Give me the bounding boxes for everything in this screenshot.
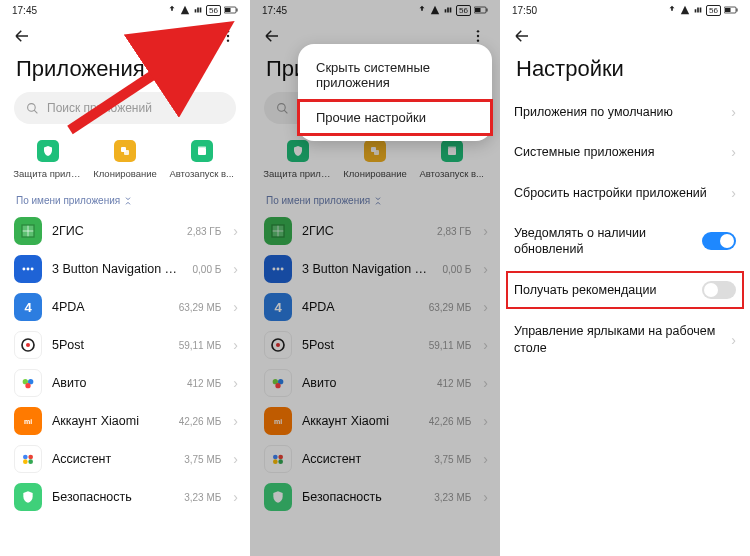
svg-point-24 bbox=[23, 459, 28, 464]
category-protection[interactable]: Защита прило... bbox=[260, 140, 337, 179]
svg-point-14 bbox=[27, 268, 30, 271]
category-protection[interactable]: Защита прило... bbox=[10, 140, 87, 179]
svg-point-30 bbox=[477, 30, 479, 32]
chevron-right-icon: › bbox=[731, 186, 736, 200]
app-icon bbox=[14, 217, 42, 245]
app-row[interactable]: Авито412 МБ› bbox=[0, 364, 250, 402]
svg-line-34 bbox=[284, 110, 287, 113]
toggle-off[interactable] bbox=[702, 281, 736, 299]
svg-point-25 bbox=[28, 459, 33, 464]
status-bar: 17:45 56 bbox=[250, 0, 500, 20]
toggle-on[interactable] bbox=[702, 232, 736, 250]
svg-point-40 bbox=[272, 268, 275, 271]
app-icon bbox=[264, 217, 292, 245]
app-icon: mi bbox=[14, 407, 42, 435]
header bbox=[0, 20, 250, 50]
svg-point-4 bbox=[227, 35, 229, 37]
category-autostart[interactable]: Автозапуск в... bbox=[163, 140, 240, 179]
search-icon bbox=[26, 102, 39, 115]
back-button[interactable] bbox=[508, 22, 536, 50]
setting-reset-apps[interactable]: Сбросить настройки приложений › bbox=[500, 173, 750, 213]
svg-point-33 bbox=[278, 103, 286, 111]
app-list: 2ГИС2,83 ГБ› 3 Button Navigation Bar0,00… bbox=[0, 212, 250, 516]
sort-icon bbox=[374, 197, 382, 205]
svg-point-5 bbox=[227, 39, 229, 41]
svg-point-47 bbox=[275, 383, 280, 388]
svg-rect-1 bbox=[225, 8, 231, 12]
category-autostart[interactable]: Автозапуск в... bbox=[413, 140, 490, 179]
screen-settings: 17:50 56 Настройки Приложения по умолчан… bbox=[500, 0, 750, 556]
app-row[interactable]: 5Post59,11 МБ› bbox=[250, 326, 500, 364]
shield-icon bbox=[287, 140, 309, 162]
setting-desktop-shortcuts[interactable]: Управление ярлыками на рабочем столе › bbox=[500, 311, 750, 368]
app-row[interactable]: 3 Button Navigation Bar0,00 Б› bbox=[250, 250, 500, 288]
svg-text:mi: mi bbox=[274, 418, 282, 425]
app-row[interactable]: 2ГИС2,83 ГБ› bbox=[0, 212, 250, 250]
clock: 17:45 bbox=[12, 5, 37, 16]
app-row[interactable]: 3 Button Navigation Bar0,00 Б› bbox=[0, 250, 250, 288]
chevron-right-icon: › bbox=[483, 224, 488, 238]
search-input[interactable]: Поиск приложений bbox=[14, 92, 236, 124]
app-icon bbox=[264, 331, 292, 359]
screen-applications-menu: 17:45 56 При Поиск приложений Защита при… bbox=[250, 0, 500, 556]
chevron-right-icon: › bbox=[483, 490, 488, 504]
svg-point-49 bbox=[273, 455, 278, 460]
chevron-right-icon: › bbox=[483, 300, 488, 314]
app-row[interactable]: miАккаунт Xiaomi42,26 МБ› bbox=[250, 402, 500, 440]
svg-point-15 bbox=[31, 268, 34, 271]
clock: 17:50 bbox=[512, 5, 537, 16]
setting-system-apps[interactable]: Системные приложения › bbox=[500, 132, 750, 172]
overflow-menu: Скрыть системные приложения Прочие настр… bbox=[298, 44, 492, 141]
back-button[interactable] bbox=[8, 22, 36, 50]
svg-point-23 bbox=[28, 455, 33, 460]
category-clone[interactable]: Клонирование bbox=[337, 140, 414, 179]
app-icon: 4 bbox=[14, 293, 42, 321]
svg-point-31 bbox=[477, 35, 479, 37]
svg-rect-37 bbox=[448, 148, 456, 155]
app-icon bbox=[264, 483, 292, 511]
status-icons: 56 bbox=[667, 5, 738, 16]
clock: 17:45 bbox=[262, 5, 287, 16]
app-row[interactable]: miАккаунт Xiaomi42,26 МБ› bbox=[0, 402, 250, 440]
svg-rect-11 bbox=[198, 147, 206, 149]
setting-update-notifications[interactable]: Уведомлять о наличии обновлений bbox=[500, 213, 750, 270]
sort-dropdown[interactable]: По имени приложения bbox=[250, 189, 500, 212]
chevron-right-icon: › bbox=[233, 338, 238, 352]
setting-default-apps[interactable]: Приложения по умолчанию › bbox=[500, 92, 750, 132]
svg-rect-28 bbox=[475, 8, 481, 12]
svg-point-44 bbox=[276, 343, 280, 347]
chevron-right-icon: › bbox=[233, 224, 238, 238]
svg-point-41 bbox=[277, 268, 280, 271]
chevron-right-icon: › bbox=[483, 262, 488, 276]
menu-hide-system[interactable]: Скрыть системные приложения bbox=[298, 50, 492, 100]
search-placeholder: Поиск приложений bbox=[47, 101, 152, 115]
svg-rect-54 bbox=[725, 8, 731, 12]
screen-applications: 17:45 56 Приложения Поиск приложений Защ… bbox=[0, 0, 250, 556]
back-button[interactable] bbox=[258, 22, 286, 50]
app-row[interactable]: 2ГИС2,83 ГБ› bbox=[250, 212, 500, 250]
app-icon bbox=[264, 369, 292, 397]
app-row[interactable]: 5Post59,11 МБ› bbox=[0, 326, 250, 364]
app-row[interactable]: Безопасность3,23 МБ› bbox=[0, 478, 250, 516]
setting-recommendations[interactable]: Получать рекомендации bbox=[504, 269, 746, 311]
more-button[interactable] bbox=[214, 22, 242, 50]
svg-rect-36 bbox=[374, 150, 379, 155]
menu-other-settings[interactable]: Прочие настройки bbox=[298, 100, 492, 135]
svg-line-7 bbox=[34, 110, 37, 113]
sort-icon bbox=[124, 197, 132, 205]
chevron-right-icon: › bbox=[483, 452, 488, 466]
app-icon: 4 bbox=[264, 293, 292, 321]
sort-dropdown[interactable]: По имени приложения bbox=[0, 189, 250, 212]
app-row[interactable]: 44PDA63,29 МБ› bbox=[0, 288, 250, 326]
app-row[interactable]: 44PDA63,29 МБ› bbox=[250, 288, 500, 326]
svg-point-32 bbox=[477, 39, 479, 41]
category-clone[interactable]: Клонирование bbox=[87, 140, 164, 179]
chevron-right-icon: › bbox=[233, 262, 238, 276]
category-row: Защита прило... Клонирование Автозапуск … bbox=[0, 132, 250, 189]
app-row[interactable]: Безопасность3,23 МБ› bbox=[250, 478, 500, 516]
app-row[interactable]: Ассистент3,75 МБ› bbox=[250, 440, 500, 478]
app-row[interactable]: Ассистент3,75 МБ› bbox=[0, 440, 250, 478]
svg-point-52 bbox=[278, 459, 283, 464]
svg-point-51 bbox=[273, 459, 278, 464]
app-row[interactable]: Авито412 МБ› bbox=[250, 364, 500, 402]
